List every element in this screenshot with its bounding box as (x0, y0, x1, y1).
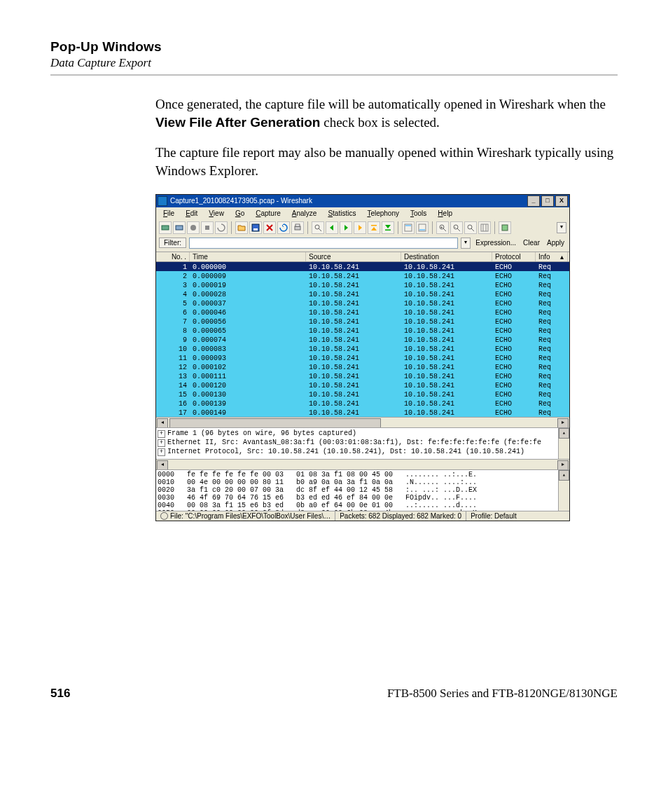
packet-row[interactable]: 110.00009310.10.58.24110.10.58.241ECHORe… (156, 353, 569, 362)
svg-line-9 (319, 228, 321, 231)
svg-rect-24 (481, 224, 488, 231)
packet-row[interactable]: 90.00007410.10.58.24110.10.58.241ECHOReq (156, 335, 569, 344)
status-file: File: "C:\Program Files\EXFO\ToolBox\Use… (156, 511, 335, 521)
clear-link[interactable]: Clear (521, 239, 542, 247)
open-file-icon[interactable] (235, 221, 248, 234)
hex-v-scrollbar[interactable]: ▴ (558, 470, 569, 511)
restart-capture-icon[interactable] (215, 221, 228, 234)
capture-interfaces-icon[interactable] (159, 221, 172, 234)
col-header-destination[interactable]: Destination (401, 252, 492, 261)
go-last-icon[interactable] (382, 221, 394, 234)
menu-analyze[interactable]: Analyze (288, 209, 321, 218)
packet-row[interactable]: 30.00001910.10.58.24110.10.58.241ECHOReq (156, 280, 569, 289)
filter-dropdown-icon[interactable]: ▾ (461, 238, 471, 249)
zoom-100-icon[interactable] (464, 221, 477, 234)
menu-view[interactable]: View (204, 209, 228, 218)
col-header-source[interactable]: Source (306, 252, 401, 261)
menu-go[interactable]: Go (231, 209, 249, 218)
go-forward-icon[interactable] (340, 221, 352, 234)
filter-button[interactable]: Filter: (159, 238, 186, 248)
svg-rect-0 (162, 226, 169, 230)
svg-point-2 (190, 225, 196, 230)
capture-filters-icon[interactable] (499, 221, 511, 234)
scroll-left-icon[interactable]: ◂ (157, 460, 168, 470)
go-back-icon[interactable] (326, 221, 338, 234)
svg-rect-11 (385, 229, 391, 230)
packet-row[interactable]: 50.00003710.10.58.24110.10.58.241ECHOReq (156, 298, 569, 308)
filter-input[interactable] (189, 238, 458, 249)
packet-row[interactable]: 150.00013010.10.58.24110.10.58.241ECHORe… (156, 390, 569, 399)
expand-icon[interactable]: + (158, 448, 165, 456)
packet-details-tree[interactable]: +Frame 1 (96 bytes on wire, 96 bytes cap… (156, 427, 569, 459)
svg-rect-3 (205, 226, 209, 230)
menu-telephony[interactable]: Telephony (363, 209, 403, 218)
go-first-icon[interactable] (368, 221, 380, 234)
capture-options-icon[interactable] (173, 221, 186, 234)
close-button[interactable]: X (555, 195, 568, 207)
paragraph-1: Once generated, the capture file will be… (155, 95, 618, 131)
start-capture-icon[interactable] (187, 221, 200, 234)
packet-row[interactable]: 160.00013910.10.58.24110.10.58.241ECHORe… (156, 399, 569, 408)
save-file-icon[interactable] (249, 221, 262, 234)
expand-icon[interactable]: + (158, 430, 165, 438)
packet-row[interactable]: 120.00010210.10.58.24110.10.58.241ECHORe… (156, 362, 569, 371)
scroll-thumb[interactable] (169, 418, 381, 428)
apply-link[interactable]: Apply (545, 239, 566, 247)
col-header-info[interactable]: Info (536, 252, 557, 261)
menu-statistics[interactable]: Statistics (323, 209, 360, 218)
zoom-in-icon[interactable]: + (436, 221, 449, 234)
toolbar: + - ▾ (156, 219, 569, 236)
scroll-right-icon[interactable]: ▸ (557, 460, 569, 470)
print-icon[interactable] (291, 221, 304, 234)
find-icon[interactable] (312, 221, 324, 234)
menu-edit[interactable]: Edit (181, 209, 202, 218)
scroll-right-icon[interactable]: ▸ (557, 418, 569, 428)
col-header-no[interactable]: No. . (156, 252, 190, 261)
packet-row[interactable]: 60.00004610.10.58.24110.10.58.241ECHOReq (156, 308, 569, 317)
svg-text:+: + (440, 225, 443, 229)
minimize-button[interactable]: _ (527, 195, 540, 207)
header-rule (50, 74, 618, 76)
packet-row[interactable]: 140.00012010.10.58.24110.10.58.241ECHORe… (156, 380, 569, 390)
tree-v-scrollbar[interactable]: ▴ (558, 428, 569, 459)
col-header-protocol[interactable]: Protocol (492, 252, 536, 261)
svg-rect-1 (176, 226, 183, 230)
svg-rect-7 (295, 224, 300, 226)
packet-row[interactable]: 170.00014910.10.58.24110.10.58.241ECHORe… (156, 408, 569, 417)
packet-list-header[interactable]: No. . Time Source Destination Protocol I… (156, 252, 569, 262)
colorize-icon[interactable] (402, 221, 415, 234)
svg-rect-13 (405, 225, 411, 226)
packet-row[interactable]: 20.00000910.10.58.24110.10.58.241ECHOReq (156, 271, 569, 280)
svg-rect-15 (419, 229, 425, 230)
packet-row[interactable]: 100.00008310.10.58.24110.10.58.241ECHORe… (156, 344, 569, 353)
scroll-up-icon[interactable]: ▴ (557, 252, 568, 261)
col-header-time[interactable]: Time (190, 252, 306, 261)
titlebar[interactable]: Capture1_20100824173905.pcap - Wireshark… (156, 195, 569, 207)
stop-capture-icon[interactable] (201, 221, 214, 234)
packet-h-scrollbar[interactable]: ◂ ▸ (156, 417, 569, 427)
packet-row[interactable]: 130.00011110.10.58.24110.10.58.241ECHORe… (156, 371, 569, 380)
expression-link[interactable]: Expression... (473, 239, 518, 247)
packet-row[interactable]: 10.00000010.10.58.24110.10.58.241ECHOReq (156, 262, 569, 271)
packet-row[interactable]: 80.00006510.10.58.24110.10.58.241ECHOReq (156, 326, 569, 335)
resize-columns-icon[interactable] (478, 221, 491, 234)
hex-dump-pane[interactable]: 0000 fe fe fe fe fe fe 00 03 01 08 3a f1… (156, 469, 569, 511)
app-icon (158, 196, 167, 206)
reload-icon[interactable] (277, 221, 290, 234)
svg-text:-: - (454, 225, 456, 229)
packet-row[interactable]: 40.00002810.10.58.24110.10.58.241ECHOReq (156, 289, 569, 298)
maximize-button[interactable]: □ (541, 195, 554, 207)
auto-scroll-icon[interactable] (416, 221, 429, 234)
menu-tools[interactable]: Tools (406, 209, 431, 218)
close-file-icon[interactable] (263, 221, 276, 234)
expand-icon[interactable]: + (158, 439, 165, 447)
menu-help[interactable]: Help (433, 209, 457, 218)
tree-h-scrollbar[interactable]: ◂ ▸ (156, 459, 569, 469)
packet-row[interactable]: 70.00005610.10.58.24110.10.58.241ECHOReq (156, 317, 569, 326)
go-to-icon[interactable] (354, 221, 366, 234)
menu-file[interactable]: File (159, 209, 179, 218)
zoom-out-icon[interactable]: - (450, 221, 463, 234)
scroll-left-icon[interactable]: ◂ (157, 418, 168, 428)
menu-capture[interactable]: Capture (251, 209, 285, 218)
toolbar-overflow-icon[interactable]: ▾ (557, 222, 566, 233)
